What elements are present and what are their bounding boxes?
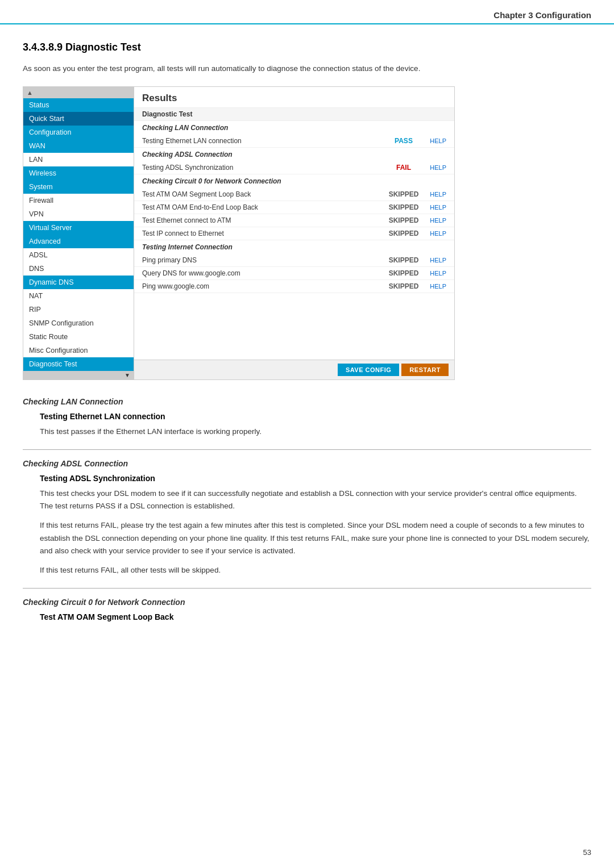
scroll-down-icon: ▼ bbox=[125, 372, 130, 378]
ui-panel: ▲ Status Quick Start Configuration WAN L… bbox=[23, 86, 455, 380]
results-table: Diagnostic Test Checking LAN Connection … bbox=[134, 108, 454, 360]
sidebar-item-lan[interactable]: LAN bbox=[23, 153, 134, 166]
body-subsection-atm-oam-segment: Test ATM OAM Segment Loop Back bbox=[40, 612, 591, 621]
section-internet-connection: Testing Internet Connection bbox=[134, 240, 454, 254]
sidebar-scroll-bottom[interactable]: ▼ bbox=[23, 371, 134, 379]
body-section-adsl-title: Checking ADSL Connection bbox=[23, 459, 591, 468]
sidebar-item-rip[interactable]: RIP bbox=[23, 303, 134, 316]
row-atm-oam-end-to-end: Test ATM OAM End-to-End Loop Back SKIPPE… bbox=[134, 201, 454, 214]
body-section-circuit: Checking Circuit 0 for Network Connectio… bbox=[23, 598, 591, 621]
row-ping-primary-dns: Ping primary DNS SKIPPED HELP bbox=[134, 254, 454, 267]
chapter-title: Chapter 3 Configuration bbox=[493, 10, 591, 20]
sidebar: ▲ Status Quick Start Configuration WAN L… bbox=[23, 87, 134, 379]
body-section-adsl: Checking ADSL Connection Testing ADSL Sy… bbox=[23, 459, 591, 577]
row-atm-oam-segment: Test ATM OAM Segment Loop Back SKIPPED H… bbox=[134, 188, 454, 201]
body-paragraph-adsl-1: This test checks your DSL modem to see i… bbox=[40, 487, 591, 513]
sidebar-item-advanced[interactable]: Advanced bbox=[23, 235, 134, 248]
sidebar-item-dns[interactable]: DNS bbox=[23, 262, 134, 276]
body-paragraph-ethernet-lan: This test passes if the Ethernet LAN int… bbox=[40, 425, 591, 438]
scroll-up-icon: ▲ bbox=[27, 89, 33, 96]
section-checking-adsl: Checking ADSL Connection bbox=[134, 148, 454, 161]
section-title: 3.4.3.8.9 Diagnostic Test bbox=[23, 41, 591, 53]
restart-button[interactable]: RESTART bbox=[401, 364, 449, 376]
sidebar-item-wireless[interactable]: Wireless bbox=[23, 166, 134, 180]
results-title: Results bbox=[134, 87, 454, 108]
body-subsection-adsl-sync: Testing ADSL Synchronization bbox=[40, 474, 591, 483]
divider-adsl bbox=[23, 449, 591, 450]
save-config-button[interactable]: SAVE CONFIG bbox=[338, 364, 399, 376]
intro-paragraph: As soon as you enter the test program, a… bbox=[23, 62, 591, 75]
main-results-panel: Results Diagnostic Test Checking LAN Con… bbox=[134, 87, 454, 379]
sidebar-item-system[interactable]: System bbox=[23, 180, 134, 194]
sidebar-item-staticroute[interactable]: Static Route bbox=[23, 330, 134, 344]
body-paragraph-adsl-3: If this test returns FAIL, all other tes… bbox=[40, 564, 591, 577]
page-number: 53 bbox=[583, 848, 591, 857]
row-ethernet-connect-atm: Test Ethernet connect to ATM SKIPPED HEL… bbox=[134, 214, 454, 227]
sidebar-item-vpn[interactable]: VPN bbox=[23, 207, 134, 221]
chapter-header: Chapter 3 Configuration bbox=[0, 0, 614, 24]
sidebar-item-nat[interactable]: NAT bbox=[23, 289, 134, 303]
row-ip-connect-ethernet: Test IP connect to Ethernet SKIPPED HELP bbox=[134, 227, 454, 240]
body-section-circuit-title: Checking Circuit 0 for Network Connectio… bbox=[23, 598, 591, 607]
panel-footer: SAVE CONFIG RESTART bbox=[134, 360, 454, 379]
row-testing-adsl-sync: Testing ADSL Synchronization FAIL HELP bbox=[134, 161, 454, 174]
row-testing-ethernet-lan: Testing Ethernet LAN connection PASS HEL… bbox=[134, 135, 454, 148]
sidebar-item-miscconfig[interactable]: Misc Configuration bbox=[23, 344, 134, 357]
section-checking-circuit: Checking Circuit 0 for Network Connectio… bbox=[134, 174, 454, 188]
row-ping-google: Ping www.google.com SKIPPED HELP bbox=[134, 280, 454, 293]
sidebar-item-virtualserver[interactable]: Virtual Server bbox=[23, 221, 134, 235]
sidebar-item-diagnostictest[interactable]: Diagnostic Test bbox=[23, 357, 134, 371]
sidebar-item-adsl[interactable]: ADSL bbox=[23, 248, 134, 262]
body-section-lan-title: Checking LAN Connection bbox=[23, 397, 591, 406]
sidebar-item-status[interactable]: Status bbox=[23, 98, 134, 112]
row-query-dns-google: Query DNS for www.google.com SKIPPED HEL… bbox=[134, 267, 454, 280]
sidebar-item-quickstart[interactable]: Quick Start bbox=[23, 112, 134, 126]
body-subsection-ethernet-lan: Testing Ethernet LAN connection bbox=[40, 412, 591, 421]
divider-circuit bbox=[23, 588, 591, 589]
sidebar-item-dynamicdns[interactable]: Dynamic DNS bbox=[23, 276, 134, 289]
sidebar-scroll-top[interactable]: ▲ bbox=[23, 87, 134, 98]
body-paragraph-adsl-2: If this test returns FAIL, please try th… bbox=[40, 519, 591, 557]
sidebar-item-firewall[interactable]: Firewall bbox=[23, 194, 134, 207]
sidebar-item-snmp[interactable]: SNMP Configuration bbox=[23, 316, 134, 330]
diagnostic-test-label: Diagnostic Test bbox=[134, 108, 454, 121]
body-section-lan: Checking LAN Connection Testing Ethernet… bbox=[23, 397, 591, 438]
section-checking-lan: Checking LAN Connection bbox=[134, 121, 454, 135]
sidebar-item-configuration[interactable]: Configuration bbox=[23, 126, 134, 139]
sidebar-item-wan[interactable]: WAN bbox=[23, 139, 134, 153]
